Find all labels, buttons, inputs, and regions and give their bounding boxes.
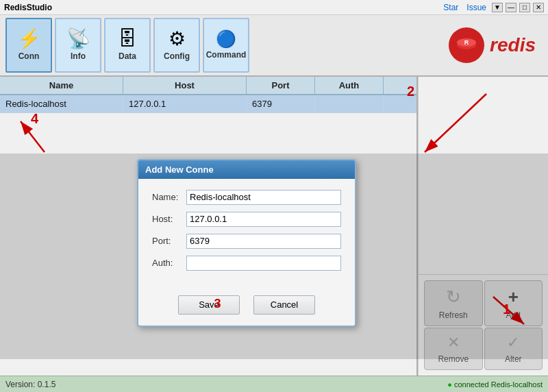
input-name[interactable]: [186, 190, 341, 205]
form-row-port: Port:: [152, 234, 341, 249]
data-icon: 🗄: [118, 29, 137, 49]
add-connection-modal: Add New Conne Name: Host: Port: Auth:: [137, 159, 356, 327]
cell-name: Redis-localhost: [0, 95, 123, 112]
title-bar: RedisStudio Star Issue ▼ — □ ✕: [0, 0, 548, 15]
data-label: Data: [119, 51, 136, 61]
dropdown-btn[interactable]: ▼: [492, 3, 503, 12]
save-button[interactable]: Save: [178, 295, 240, 315]
connection-status: ● connected Redis-localhost: [447, 380, 543, 389]
toolbar-btn-config[interactable]: ⚙ Config: [153, 18, 200, 73]
label-port: Port:: [152, 236, 186, 246]
redis-logo: R redis: [449, 27, 536, 63]
redis-logo-icon: R: [449, 27, 484, 63]
form-row-name: Name:: [152, 190, 341, 205]
cancel-button[interactable]: Cancel: [253, 295, 315, 315]
config-icon: ⚙: [169, 29, 186, 49]
modal-body: Name: Host: Port: Auth:: [138, 179, 355, 289]
cell-auth: [315, 95, 384, 112]
table-header: Name Host Port Auth: [0, 77, 416, 95]
header-host: Host: [123, 77, 247, 94]
config-label: Config: [164, 51, 190, 61]
label-auth: Auth:: [152, 258, 186, 268]
close-btn[interactable]: ✕: [533, 3, 544, 12]
toolbar: ⚡ Conn 📡 Info 🗄 Data ⚙ Config 🔵 Command …: [0, 15, 548, 77]
info-icon: 📡: [66, 29, 90, 49]
header-auth: Auth: [315, 77, 384, 94]
form-row-host: Host:: [152, 212, 341, 227]
star-link[interactable]: Star: [443, 3, 458, 12]
toolbar-btn-info[interactable]: 📡 Info: [55, 18, 101, 73]
form-row-auth: Auth:: [152, 256, 341, 271]
toolbar-btn-conn[interactable]: ⚡ Conn: [5, 18, 52, 73]
modal-overlay: Add New Conne Name: Host: Port: Auth:: [0, 154, 548, 359]
modal-title-bar: Add New Conne: [138, 160, 355, 179]
label-name: Name:: [152, 192, 186, 202]
redis-logo-text: redis: [490, 34, 536, 56]
main-content: Name Host Port Auth Redis-localhost 127.…: [0, 77, 548, 376]
info-label: Info: [71, 51, 86, 61]
modal-footer: 3 Save Cancel: [138, 289, 355, 326]
title-links[interactable]: Star Issue: [443, 3, 486, 12]
command-label: Command: [206, 50, 247, 60]
version-label: Version: 0.1.5: [5, 380, 55, 389]
status-bar: Version: 0.1.5 ● connected Redis-localho…: [0, 376, 548, 392]
input-port[interactable]: [186, 234, 341, 249]
maximize-btn[interactable]: □: [519, 3, 530, 12]
cell-port: 6379: [247, 95, 315, 112]
header-name: Name: [0, 77, 123, 94]
app-title: RedisStudio: [4, 3, 52, 12]
cell-host: 127.0.0.1: [123, 95, 247, 112]
window-controls[interactable]: ▼ — □ ✕: [492, 3, 544, 12]
conn-icon: ⚡: [17, 29, 41, 49]
conn-label: Conn: [18, 51, 40, 61]
svg-text:R: R: [464, 39, 469, 46]
toolbar-btn-data[interactable]: 🗄 Data: [104, 18, 151, 73]
issue-link[interactable]: Issue: [466, 3, 486, 12]
modal-title: Add New Conne: [145, 164, 214, 175]
toolbar-btn-command[interactable]: 🔵 Command: [203, 18, 249, 73]
input-auth[interactable]: [186, 256, 341, 271]
input-host[interactable]: [186, 212, 341, 227]
command-icon: 🔵: [216, 31, 236, 47]
table-row[interactable]: Redis-localhost 127.0.0.1 6379: [0, 95, 416, 113]
annotation-3: 3: [214, 297, 221, 311]
minimize-btn[interactable]: —: [506, 3, 516, 12]
label-host: Host:: [152, 214, 186, 224]
header-port: Port: [247, 77, 315, 94]
